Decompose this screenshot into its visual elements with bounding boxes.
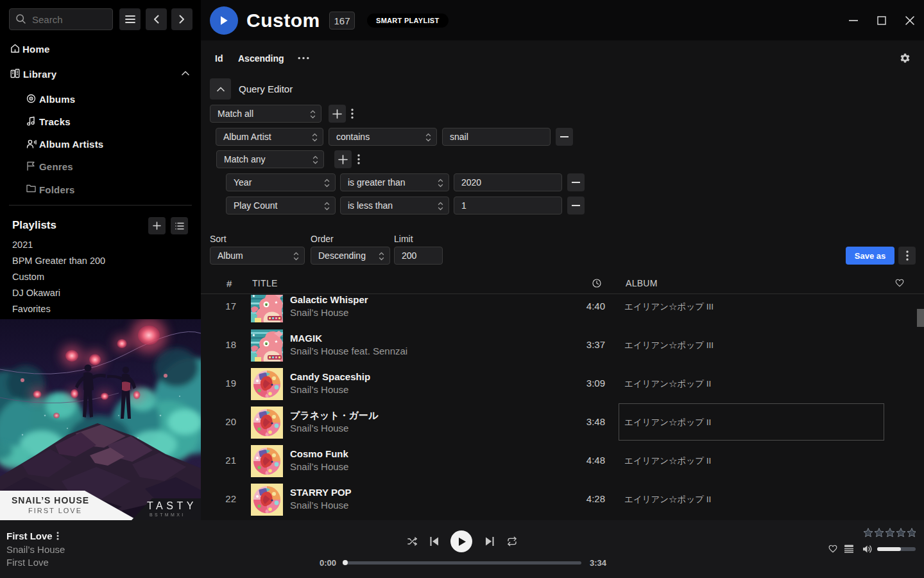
svg-text:BSTMMXI: BSTMMXI — [150, 512, 185, 517]
svg-text:TASTY: TASTY — [147, 500, 197, 511]
svg-text:SNAIL’S HOUSE: SNAIL’S HOUSE — [12, 495, 89, 505]
svg-text:FIRST LOVE: FIRST LOVE — [28, 507, 82, 514]
